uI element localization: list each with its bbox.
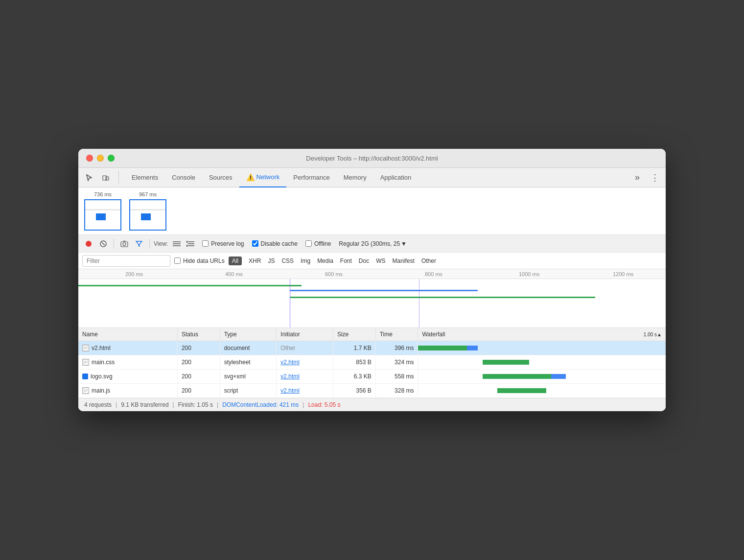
table-row[interactable]: logo.svg 200 svg+xml v2.html 6.3 KB 558 … [78,370,666,384]
page-preview-2 [130,200,165,230]
filter-input[interactable] [82,255,170,267]
filter-button[interactable] [133,237,145,250]
td-type: svg+xml [220,370,277,384]
waterfall-bar [418,370,570,383]
offline-checkbox[interactable]: Offline [305,240,331,247]
col-name[interactable]: Name [78,328,177,341]
filter-type-ws[interactable]: WS [373,257,388,265]
screenshot-thumb-1[interactable] [84,199,121,231]
wf-bar-green [483,360,529,365]
view-list-button[interactable] [171,238,183,250]
ruler-tick-800: 800 ms [425,271,442,277]
status-dcl: DOMContentLoaded: 421 ms [222,401,299,408]
td-type: stylesheet [220,355,277,370]
hide-data-urls-label[interactable]: Hide data URLs [174,257,225,264]
doc-icon [82,387,89,394]
status-requests: 4 requests [84,401,112,408]
view-group-button[interactable] [185,238,196,250]
filter-type-xhr[interactable]: XHR [246,257,264,265]
preserve-log-input[interactable] [202,240,209,247]
doc-icon [82,359,89,366]
status-sep-1: | [116,401,117,408]
cursor-icon[interactable] [82,171,96,185]
col-type[interactable]: Type [220,328,277,341]
filter-type-css[interactable]: CSS [279,257,297,265]
col-initiator[interactable]: Initiator [277,328,333,341]
wf-bar-green [497,388,546,393]
record-button[interactable] [82,237,95,250]
table-row[interactable]: main.css 200 stylesheet v2.html 853 B 32… [78,355,666,370]
separator-1 [114,239,114,249]
tab-console[interactable]: Console [165,168,202,187]
tabs: Elements Console Sources ⚠️ Network Perf… [125,168,644,187]
tab-performance[interactable]: Performance [286,168,336,187]
initiator-link[interactable]: v2.html [280,373,300,380]
screenshot-thumb-2[interactable] [129,199,166,231]
td-type: script [220,384,277,398]
devtools-menu-button[interactable]: ⋮ [648,171,662,185]
throttle-select[interactable]: Regular 2G (300ms, 25 ▼ [339,240,407,247]
disable-cache-checkbox[interactable]: Disable cache [252,240,298,247]
screenshot-item-1[interactable]: 736 ms [84,191,121,231]
td-status: 200 [177,384,220,398]
initiator-link[interactable]: v2.html [280,387,300,394]
tab-bar: Elements Console Sources ⚠️ Network Perf… [78,168,666,187]
waterfall-bar [418,341,570,355]
filter-type-other[interactable]: Other [418,257,439,265]
devtools-body: Elements Console Sources ⚠️ Network Perf… [78,168,666,411]
col-time[interactable]: Time [375,328,418,341]
col-size[interactable]: Size [333,328,375,341]
more-tabs-button[interactable]: » [630,171,644,185]
maximize-button[interactable] [108,155,115,162]
initiator-link[interactable]: v2.html [280,359,300,366]
col-status[interactable]: Status [177,328,220,341]
filter-type-manifest[interactable]: Manifest [390,257,418,265]
waterfall-sort: 1.00 s▲ [644,332,662,337]
screenshot-item-2[interactable]: 967 ms [129,191,166,231]
td-status: 200 [177,355,220,370]
status-load: Load: 5.05 s [308,401,340,408]
close-button[interactable] [86,155,93,162]
svg-line-4 [102,242,105,245]
filter-type-js[interactable]: JS [265,257,278,265]
tab-elements[interactable]: Elements [125,168,165,187]
ruler-tick-600: 600 ms [325,271,343,277]
col-waterfall[interactable]: Waterfall 1.00 s▲ [418,328,666,341]
file-name: main.css [82,359,173,366]
device-icon[interactable] [99,171,113,185]
ruler-tick-1000: 1000 ms [519,271,539,277]
timeline-line-green-2 [290,297,595,298]
minimize-button[interactable] [97,155,104,162]
filter-type-media[interactable]: Media [314,257,336,265]
status-finish: Finish: 1.05 s [178,401,213,408]
preserve-log-checkbox[interactable]: Preserve log [202,240,244,247]
page-preview-1 [85,200,120,230]
wf-bar-blue [467,346,478,350]
hide-data-urls-checkbox[interactable] [174,257,181,264]
table-row[interactable]: main.js 200 script v2.html 356 B 328 ms [78,384,666,398]
disable-cache-input[interactable] [252,240,258,247]
filter-type-doc[interactable]: Doc [356,257,372,265]
wf-bar-blue [551,374,566,379]
filter-type-all[interactable]: All [229,257,242,265]
ruler-tick-200: 200 ms [125,271,143,277]
tab-application[interactable]: Application [373,168,418,187]
filter-type-font[interactable]: Font [337,257,355,265]
filter-type-img[interactable]: Img [298,257,313,265]
timeline-ruler: 200 ms 400 ms 600 ms 800 ms 1000 ms 1200… [78,269,666,279]
tab-sources[interactable]: Sources [202,168,239,187]
status-bar: 4 requests | 9.1 KB transferred | Finish… [78,398,666,411]
table-row[interactable]: v2.html 200 document Other 1.7 KB 396 ms [78,341,666,355]
ruler-tick-400: 400 ms [225,271,243,277]
screenshot-time-1: 736 ms [94,191,112,197]
file-name-text: logo.svg [91,373,113,380]
clear-button[interactable] [97,237,110,250]
tab-network[interactable]: ⚠️ Network [239,168,287,187]
camera-button[interactable] [118,237,131,250]
offline-input[interactable] [305,240,312,247]
tab-memory[interactable]: Memory [337,168,373,187]
network-table-wrap[interactable]: Name Status Type Initiator Size Time Wat… [78,328,666,398]
td-name: main.css [78,355,177,370]
waterfall-bar [418,384,570,397]
td-time: 558 ms [375,370,418,384]
